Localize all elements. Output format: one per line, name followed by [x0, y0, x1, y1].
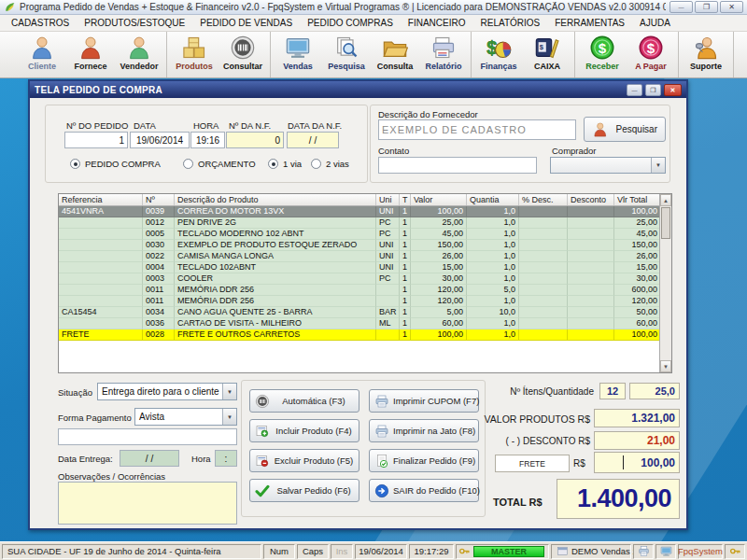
frete-button[interactable]: FRETE — [495, 455, 570, 472]
chevron-down-icon[interactable] — [222, 384, 236, 399]
table-row[interactable]: 4541VNRA0039CORREA DO MOTOR 13VXUNI1100,… — [59, 206, 671, 217]
pedido-compra-window: TELA PEDIDO DE COMPRA Nº DO PEDIDO 1 DAT… — [28, 79, 688, 530]
radio-1-via[interactable]: 1 via — [268, 159, 302, 169]
table-row[interactable]: 0012PEN DRIVE 2GPC125,001,025,00 — [59, 217, 671, 229]
salvar-pedido-f6-button[interactable]: Salvar Pedido (F6) — [249, 479, 359, 502]
menu-item-pedido-de-vendas[interactable]: PEDIDO DE VENDAS — [192, 16, 300, 30]
table-row[interactable]: 0030EXEMPLO DE PRODUTO ESTOQUE ZERADOUNI… — [59, 240, 671, 251]
menu-item-ajuda[interactable]: AJUDA — [632, 16, 678, 30]
scroll-down-icon[interactable]: ▼ — [660, 360, 671, 372]
column-header-desc[interactable]: % Desc. — [519, 194, 568, 205]
minimize-button[interactable] — [669, 1, 693, 13]
column-header-t[interactable]: T — [400, 194, 411, 205]
child-close-button[interactable] — [664, 84, 682, 96]
child-maximize-button[interactable] — [645, 84, 661, 96]
toolbar-pesquisa[interactable]: Pesquisa — [322, 33, 371, 77]
toolbar-financas[interactable]: $Finanças — [474, 33, 523, 77]
column-header-descricao-do-produto[interactable]: Descrição do Produto — [175, 194, 376, 205]
toolbar-label: A Pagar — [635, 62, 667, 71]
toolbar-vendas[interactable]: Vendas — [274, 33, 322, 77]
person-red-icon — [592, 121, 609, 138]
toolbar-vendedor[interactable]: Vendedor — [115, 33, 163, 77]
descricao-fornecedor-field[interactable]: EXEMPLO DE CADASTRO — [378, 119, 576, 140]
contato-field[interactable] — [378, 157, 537, 174]
toolbar-coin-icon[interactable]: $ — [737, 33, 747, 77]
column-header-n[interactable]: Nº — [143, 194, 175, 205]
forma-pagamento-dropdown[interactable]: Avista — [134, 408, 237, 426]
pagamento-extra-field[interactable] — [58, 428, 237, 445]
cell: 1 — [400, 285, 411, 296]
cell: 45,00 — [614, 229, 661, 240]
child-minimize-button[interactable] — [627, 84, 642, 96]
quantidade-field: 25,0 — [629, 383, 680, 399]
table-row[interactable]: 0004TECLADO 102ABNTUNI115,001,015,00 — [59, 262, 671, 273]
column-header-referencia[interactable]: Referencia — [59, 194, 143, 205]
table-body: 4541VNRA0039CORREA DO MOTOR 13VXUNI1100,… — [59, 206, 671, 341]
toolbar-relatorio[interactable]: Relatório — [419, 33, 468, 77]
toolbar-a-pagar[interactable]: $A Pagar — [627, 33, 675, 77]
table-row[interactable]: 0005TECLADO MODERNO 102 ABNTPC145,001,04… — [59, 229, 671, 240]
toolbar-cliente[interactable]: Cliente — [18, 33, 66, 77]
dollar-pie-icon: $ — [486, 35, 512, 61]
menu-item-produtos-estoque[interactable]: PRODUTOS/ESTOQUE — [77, 16, 192, 30]
toolbar-consulta[interactable]: Consulta — [371, 33, 419, 77]
restore-button[interactable] — [695, 1, 718, 13]
radio-dot-icon — [311, 159, 321, 169]
radio-orcamento[interactable]: ORÇAMENTO — [183, 159, 256, 169]
status-computer — [655, 544, 676, 559]
cell — [568, 285, 614, 296]
table-row[interactable]: 0003COOLERPC130,001,030,00 — [59, 273, 671, 285]
column-header-vlr-total[interactable]: Vlr Total — [614, 194, 661, 205]
column-header-desconto[interactable]: Desconto — [568, 194, 614, 205]
table-row[interactable]: CA154540034CANO AGUA QUENTE 25 - BARRABA… — [59, 307, 671, 318]
menu-item-relatorios[interactable]: RELATÓRIOS — [473, 16, 548, 30]
radio-2-vias[interactable]: 2 vias — [311, 159, 349, 169]
cell: 1,0 — [467, 229, 519, 240]
menu-item-ferramentas[interactable]: FERRAMENTAS — [547, 16, 632, 30]
vertical-scrollbar[interactable]: ▲ ▼ — [659, 194, 671, 372]
table-row[interactable]: 0011MEMÓRIA DDR 2561120,001,0120,00 — [59, 296, 671, 307]
cell — [59, 229, 143, 240]
column-header-quantia[interactable]: Quantia — [467, 194, 519, 205]
toolbar-fornece[interactable]: Fornece — [66, 33, 115, 77]
toolbar-receber[interactable]: $Receber — [578, 33, 627, 77]
scrollbar-thumb[interactable] — [661, 207, 670, 239]
toolbar-consultar[interactable]: Consultar — [218, 33, 267, 77]
excluir-produto-f5-button[interactable]: Excluir Produto (F5) — [249, 449, 359, 472]
cell: 0034 — [143, 307, 175, 318]
column-header-uni[interactable]: Uni — [376, 194, 400, 205]
text-cursor — [623, 455, 624, 469]
table-row[interactable]: 0036CARTAO DE VISITA - MILHEIROML160,001… — [59, 318, 671, 329]
table-row[interactable]: FRETE0028FRETE E OUTROS CARRETOS1100,001… — [59, 329, 671, 341]
toolbar-suporte[interactable]: Suporte — [682, 33, 730, 77]
table-row[interactable]: 0011MEMÓRIA DDR 2561120,005,0600,00 — [59, 285, 671, 296]
radio-pedido-compra[interactable]: PEDIDO COMPRA — [70, 159, 161, 169]
cell: UNI — [376, 240, 400, 251]
menu-item-pedido-compras[interactable]: PEDIDO COMPRAS — [300, 16, 401, 30]
situacao-dropdown[interactable]: Entrega direto para o cliente — [97, 383, 237, 400]
toolbar-produtos[interactable]: Produtos — [170, 33, 218, 77]
chevron-down-icon[interactable] — [222, 409, 236, 425]
data-entrega-field[interactable]: / / — [120, 450, 179, 467]
incluir-produto-f4-button[interactable]: Incluir Produto (F4) — [249, 419, 359, 442]
sair-do-pedido-f10-button[interactable]: SAIR do Pedido (F10) — [369, 479, 479, 502]
pesquisar-button[interactable]: Pesquisar — [584, 117, 666, 142]
itens-quantidade-label: Nº Ítens/Quantidade — [422, 386, 594, 397]
automatica-f3-button[interactable]: Automática (F3) — [249, 389, 359, 413]
chevron-down-icon[interactable] — [651, 158, 665, 173]
menu-item-financeiro[interactable]: FINANCEIRO — [401, 16, 473, 30]
column-header-valor[interactable]: Valor — [411, 194, 467, 205]
scroll-up-icon[interactable]: ▲ — [660, 194, 671, 206]
toolbar-caixa[interactable]: $CAIXA — [523, 33, 571, 77]
close-button[interactable] — [720, 1, 743, 13]
hora-entrega-field[interactable]: : — [215, 450, 237, 467]
child-titlebar[interactable]: TELA PEDIDO DE COMPRA — [30, 81, 686, 98]
table-row[interactable]: 0022CAMISA MANGA LONGAUNI126,001,026,00 — [59, 251, 671, 262]
key-icon — [458, 545, 471, 557]
menu-item-cadastros[interactable]: CADASTROS — [4, 16, 77, 30]
frete-field[interactable]: 100,00 — [594, 452, 680, 473]
cell — [568, 296, 614, 307]
comprador-dropdown[interactable] — [550, 157, 666, 174]
finalizar-pedido-f9-button[interactable]: Finalizar Pedido (F9) — [369, 449, 479, 472]
observacoes-textarea[interactable] — [58, 482, 237, 525]
